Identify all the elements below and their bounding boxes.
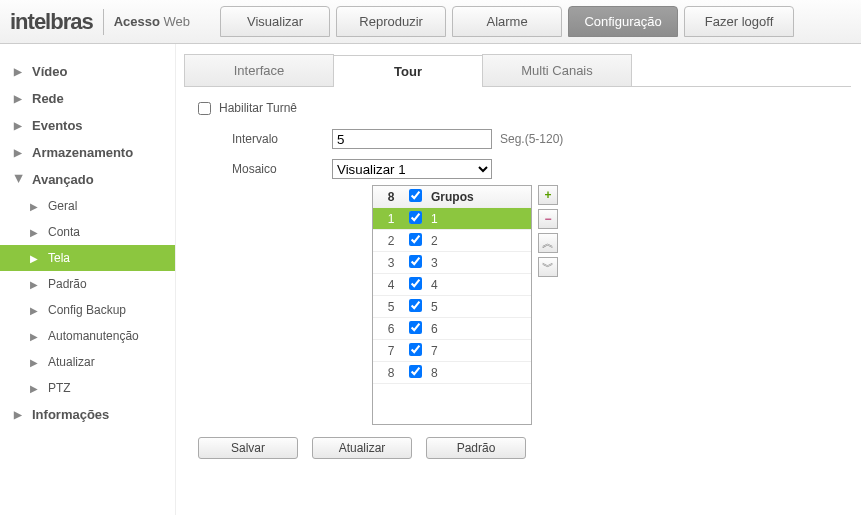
group-row-checkbox[interactable]	[409, 255, 422, 268]
add-group-button[interactable]: +	[538, 185, 558, 205]
action-buttons: Salvar Atualizar Padrão	[198, 437, 843, 459]
group-row-index: 7	[379, 344, 403, 358]
group-row-index: 3	[379, 256, 403, 270]
mosaic-select[interactable]: Visualizar 1	[332, 159, 492, 179]
group-row-label: 7	[427, 344, 525, 358]
group-row-checkbox[interactable]	[409, 211, 422, 224]
group-row-index: 1	[379, 212, 403, 226]
group-row-checkbox[interactable]	[409, 299, 422, 312]
group-row-label: 4	[427, 278, 525, 292]
content: InterfaceTourMulti Canais Habilitar Turn…	[175, 44, 861, 515]
tab-interface[interactable]: Interface	[184, 54, 334, 86]
interval-row: Intervalo Seg.(5-120)	[192, 129, 843, 149]
chevron-right-icon: ▶	[30, 227, 40, 238]
group-row[interactable]: 88	[373, 362, 531, 384]
chevron-right-icon: ▶	[30, 383, 40, 394]
group-row[interactable]: 22	[373, 230, 531, 252]
chevron-right-icon: ▶	[30, 305, 40, 316]
chevron-right-icon: ▶	[14, 175, 25, 185]
chevron-right-icon: ▶	[30, 279, 40, 290]
brand-sub-light: Web	[164, 14, 191, 29]
topnav-item-alarme[interactable]: Alarme	[452, 6, 562, 37]
chevron-right-icon: ▶	[30, 357, 40, 368]
groups-select-all-checkbox[interactable]	[409, 189, 422, 202]
sidebar-item-eventos[interactable]: ▶Eventos	[0, 112, 175, 139]
tab-multi-canais[interactable]: Multi Canais	[482, 54, 632, 86]
interval-label: Intervalo	[192, 132, 332, 146]
sidebar-item-armazenamento[interactable]: ▶Armazenamento	[0, 139, 175, 166]
group-row-checkbox[interactable]	[409, 233, 422, 246]
save-button[interactable]: Salvar	[198, 437, 298, 459]
group-row-label: 5	[427, 300, 525, 314]
tabs: InterfaceTourMulti Canais	[184, 54, 851, 87]
topnav-item-reproduzir[interactable]: Reproduzir	[336, 6, 446, 37]
enable-turne-checkbox[interactable]	[198, 102, 211, 115]
groups-controls: + − ︽ ︾	[538, 185, 558, 277]
mosaic-row: Mosaico Visualizar 1	[192, 159, 843, 179]
sidebar: ▶Vídeo▶Rede▶Eventos▶Armazenamento▶Avança…	[0, 44, 175, 515]
sidebar-item-vídeo[interactable]: ▶Vídeo	[0, 58, 175, 85]
remove-group-button[interactable]: −	[538, 209, 558, 229]
group-row-label: 8	[427, 366, 525, 380]
sidebar-item-informações[interactable]: ▶Informações	[0, 401, 175, 428]
group-row-checkbox[interactable]	[409, 343, 422, 356]
groups-grid: 8Grupos1122334455667788	[372, 185, 532, 425]
groups-count: 8	[379, 190, 403, 204]
logo-separator	[103, 9, 104, 35]
group-row-checkbox[interactable]	[409, 321, 422, 334]
group-row[interactable]: 11	[373, 208, 531, 230]
brand-sub-bold: Acesso	[114, 14, 160, 29]
move-up-button[interactable]: ︽	[538, 233, 558, 253]
chevron-right-icon: ▶	[30, 331, 40, 342]
sidebar-subitem-geral[interactable]: ▶Geral	[0, 193, 175, 219]
topnav-item-configuração[interactable]: Configuração	[568, 6, 678, 37]
tab-tour[interactable]: Tour	[333, 55, 483, 87]
groups-spacer	[373, 384, 531, 424]
sidebar-subitem-automanutenção[interactable]: ▶Automanutenção	[0, 323, 175, 349]
group-row-index: 2	[379, 234, 403, 248]
groups-header-row: 8Grupos	[373, 186, 531, 208]
group-row-label: 6	[427, 322, 525, 336]
group-row-checkbox[interactable]	[409, 365, 422, 378]
topnav-item-fazer-logoff[interactable]: Fazer logoff	[684, 6, 794, 37]
group-row-index: 8	[379, 366, 403, 380]
sidebar-item-avançado[interactable]: ▶Avançado	[0, 166, 175, 193]
sidebar-item-rede[interactable]: ▶Rede	[0, 85, 175, 112]
enable-turne-label[interactable]: Habilitar Turnê	[219, 101, 297, 115]
top-nav: VisualizarReproduzirAlarmeConfiguraçãoFa…	[220, 6, 794, 37]
chevron-right-icon: ▶	[14, 93, 24, 104]
groups-header-label: Grupos	[427, 190, 525, 204]
default-button[interactable]: Padrão	[426, 437, 526, 459]
groups-area: 8Grupos1122334455667788 + − ︽ ︾	[372, 185, 843, 425]
group-row[interactable]: 33	[373, 252, 531, 274]
move-down-button[interactable]: ︾	[538, 257, 558, 277]
sidebar-subitem-tela[interactable]: ▶Tela	[0, 245, 175, 271]
group-row-index: 6	[379, 322, 403, 336]
brand-sub: Acesso Web	[114, 14, 190, 29]
group-row[interactable]: 55	[373, 296, 531, 318]
sidebar-subitem-ptz[interactable]: ▶PTZ	[0, 375, 175, 401]
chevron-right-icon: ▶	[14, 409, 24, 420]
chevron-right-icon: ▶	[30, 253, 40, 264]
mosaic-label: Mosaico	[192, 162, 332, 176]
topnav-item-visualizar[interactable]: Visualizar	[220, 6, 330, 37]
group-row[interactable]: 44	[373, 274, 531, 296]
group-row-checkbox[interactable]	[409, 277, 422, 290]
group-row-label: 1	[427, 212, 525, 226]
sidebar-subitem-conta[interactable]: ▶Conta	[0, 219, 175, 245]
group-row-label: 3	[427, 256, 525, 270]
sidebar-subitem-padrão[interactable]: ▶Padrão	[0, 271, 175, 297]
group-row-label: 2	[427, 234, 525, 248]
sidebar-subitem-config-backup[interactable]: ▶Config Backup	[0, 297, 175, 323]
chevron-right-icon: ▶	[30, 201, 40, 212]
group-row[interactable]: 66	[373, 318, 531, 340]
enable-turne-row: Habilitar Turnê	[198, 101, 843, 115]
tour-panel: Habilitar Turnê Intervalo Seg.(5-120) Mo…	[184, 87, 851, 473]
group-row-index: 5	[379, 300, 403, 314]
interval-input[interactable]	[332, 129, 492, 149]
refresh-button[interactable]: Atualizar	[312, 437, 412, 459]
main: ▶Vídeo▶Rede▶Eventos▶Armazenamento▶Avança…	[0, 44, 861, 515]
sidebar-subitem-atualizar[interactable]: ▶Atualizar	[0, 349, 175, 375]
group-row[interactable]: 77	[373, 340, 531, 362]
header: intelbras Acesso Web VisualizarReproduzi…	[0, 0, 861, 44]
